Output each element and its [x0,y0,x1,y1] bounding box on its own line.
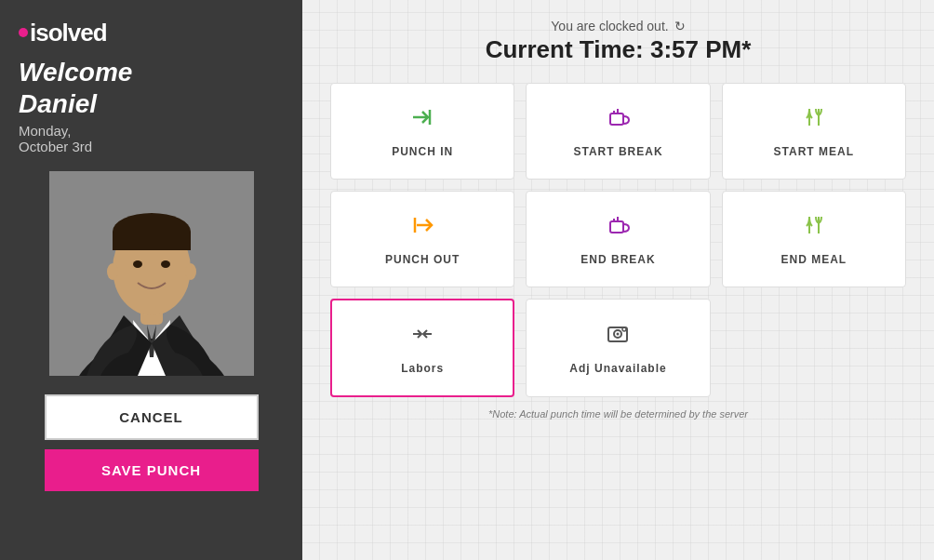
adj-unavailable-icon [605,321,631,353]
start-break-button[interactable]: START BREAK [526,83,710,180]
welcome-name: Welcome Daniel [19,57,284,119]
punch-out-label: PUNCH OUT [385,253,460,266]
end-break-label: END BREAK [580,253,655,266]
welcome-date: Monday, October 3rd [19,123,284,154]
end-break-icon [605,212,631,244]
logo: isolved [19,19,284,47]
current-time: Current Time: 3:57 PM* [330,35,906,64]
svg-rect-9 [113,232,191,250]
status-text: You are clocked out. [551,19,668,33]
punch-out-icon [409,212,435,244]
profile-image [49,171,254,376]
start-meal-icon [801,104,827,136]
labors-label: Labors [401,362,444,375]
punch-in-icon [409,104,435,136]
date-line2: October 3rd [19,139,92,154]
save-punch-button[interactable]: SAVE PUNCH [45,449,259,491]
start-break-icon [605,104,631,136]
end-break-button[interactable]: END BREAK [526,191,710,287]
bottom-grid: Labors Adj Unavailable [330,299,906,397]
labors-button[interactable]: Labors [330,299,514,397]
svg-point-13 [185,263,196,280]
welcome-section: Welcome Daniel Monday, October 3rd [19,57,284,154]
end-meal-label: END MEAL [781,253,847,266]
punch-in-label: PUNCH IN [392,145,453,158]
adj-unavailable-button[interactable]: Adj Unavailable [526,299,710,397]
end-meal-button[interactable]: END MEAL [722,191,906,287]
logo-dot-icon [19,28,28,37]
action-grid: PUNCH IN START BREAK [330,83,906,287]
svg-point-35 [622,327,626,331]
clocked-out-status: You are clocked out. ↻ [330,19,906,33]
start-break-label: START BREAK [573,145,662,158]
start-meal-label: START MEAL [774,145,854,158]
end-meal-icon [801,212,827,244]
start-meal-button[interactable]: START MEAL [722,83,906,180]
status-bar: You are clocked out. ↻ Current Time: 3:5… [330,19,906,64]
punch-in-button[interactable]: PUNCH IN [330,83,514,180]
svg-rect-16 [610,113,623,125]
adj-unavailable-label: Adj Unavailable [569,362,666,375]
svg-point-11 [161,260,170,268]
logo-area: isolved [19,19,284,47]
labors-icon [409,321,435,353]
right-panel: You are clocked out. ↻ Current Time: 3:5… [302,0,934,560]
empty-cell [722,299,906,397]
logo-text: isolved [30,19,107,47]
left-panel: isolved Welcome Daniel Monday, October 3… [0,0,302,560]
svg-point-10 [133,260,142,268]
svg-point-12 [107,263,118,280]
cancel-button[interactable]: CANCEL [45,394,259,440]
date-line1: Monday, [19,123,71,139]
svg-point-34 [617,333,620,336]
welcome-label: Welcome [19,58,132,87]
svg-rect-24 [610,221,623,233]
punch-out-button[interactable]: PUNCH OUT [330,191,514,287]
note-text: *Note: Actual punch time will be determi… [330,408,906,420]
user-name: Daniel [19,89,97,118]
refresh-icon[interactable]: ↻ [674,19,686,33]
profile-photo [49,171,254,376]
